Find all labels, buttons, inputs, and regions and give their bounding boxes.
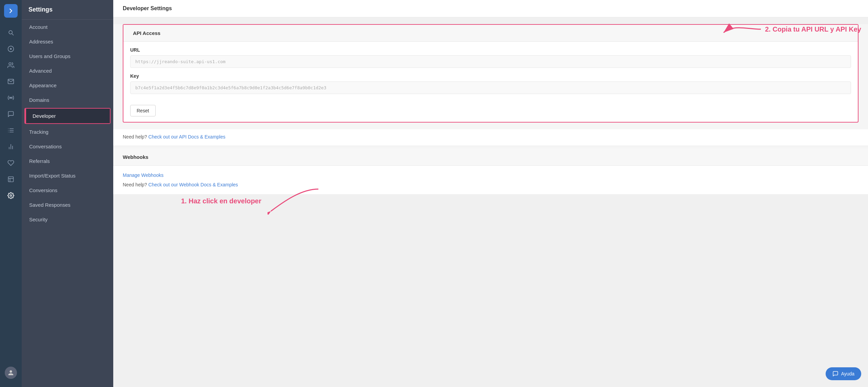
svg-point-16 — [10, 195, 12, 197]
svg-point-3 — [10, 97, 12, 99]
sidebar-item-addresses[interactable]: Addresses — [22, 34, 113, 49]
main-content: Developer Settings API Access URL https:… — [113, 0, 868, 387]
nav-campaigns[interactable] — [4, 107, 18, 121]
step1-label: 1. Haz click en developer — [181, 197, 261, 205]
chat-icon — [832, 371, 839, 377]
logo-button[interactable] — [4, 4, 18, 18]
key-label: Key — [130, 73, 851, 79]
svg-point-1 — [10, 48, 12, 50]
nav-lists[interactable] — [4, 124, 18, 137]
sidebar-item-tracking[interactable]: Tracking — [22, 125, 113, 139]
webhooks-section: Webhooks Manage Webhooks Need help? Chec… — [113, 149, 868, 194]
webhooks-title: Webhooks — [113, 149, 868, 166]
sidebar-item-import-export[interactable]: Import/Export Status — [22, 168, 113, 183]
ayuda-button[interactable]: Ayuda — [826, 367, 861, 380]
url-label: URL — [130, 47, 851, 53]
nav-contacts[interactable] — [4, 58, 18, 72]
nav-automations[interactable] — [4, 91, 18, 105]
ayuda-label: Ayuda — [841, 371, 854, 376]
sidebar-title: Settings — [22, 0, 113, 20]
nav-site-messages[interactable] — [4, 172, 18, 186]
settings-sidebar: Settings Account Addresses Users and Gro… — [22, 0, 113, 387]
nav-search[interactable] — [4, 26, 18, 39]
sidebar-item-conversations[interactable]: Conversations — [22, 139, 113, 154]
icon-sidebar — [0, 0, 22, 387]
webhooks-help-text: Need help? Check out our Webhook Docs & … — [123, 182, 859, 187]
api-key-value: b7c4e5f1a2d3e4f5b6c7d8e9f0a1b2c3d4e5f6a7… — [130, 81, 851, 94]
sidebar-item-referrals[interactable]: Referrals — [22, 154, 113, 168]
api-access-box: API Access URL https://jjreando-suite.ap… — [123, 24, 859, 123]
sidebar-item-conversions[interactable]: Conversions — [22, 183, 113, 198]
svg-point-2 — [9, 63, 11, 65]
sidebar-item-users-groups[interactable]: Users and Groups — [22, 49, 113, 63]
page-title: Developer Settings — [113, 0, 868, 17]
api-docs-link[interactable]: Check out our API Docs & Examples — [149, 134, 225, 140]
api-help-text: Need help? Check out our API Docs & Exam… — [113, 129, 868, 146]
user-avatar[interactable] — [5, 363, 17, 383]
api-url-value: https://jjreando-suite.api-us1.com — [130, 55, 851, 68]
sidebar-item-saved-responses[interactable]: Saved Responses — [22, 198, 113, 212]
sidebar-item-domains[interactable]: Domains — [22, 93, 113, 107]
sidebar-item-account[interactable]: Account — [22, 20, 113, 34]
nav-deals[interactable] — [4, 156, 18, 170]
api-access-title: API Access — [123, 25, 858, 42]
webhook-docs-link[interactable]: Check out our Webhook Docs & Examples — [149, 182, 238, 187]
nav-settings[interactable] — [4, 189, 18, 202]
main-body: API Access URL https://jjreando-suite.ap… — [113, 17, 868, 387]
sidebar-item-developer[interactable]: Developer — [25, 109, 110, 123]
sidebar-item-security[interactable]: Security — [22, 212, 113, 227]
nav-dashboard[interactable] — [4, 42, 18, 56]
reset-button[interactable]: Reset — [130, 105, 156, 116]
nav-mail[interactable] — [4, 75, 18, 88]
svg-rect-13 — [8, 177, 14, 182]
nav-reports[interactable] — [4, 140, 18, 153]
sidebar-item-appearance[interactable]: Appearance — [22, 78, 113, 93]
sidebar-item-advanced[interactable]: Advanced — [22, 63, 113, 78]
manage-webhooks-link[interactable]: Manage Webhooks — [123, 172, 859, 178]
